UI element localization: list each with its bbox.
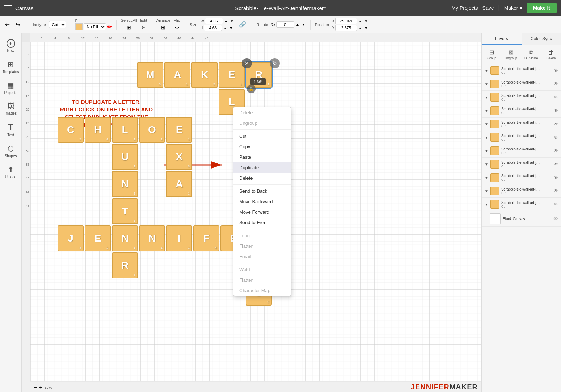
layer-item-0[interactable]: ▼ Scrabble-tile-wall-art-jennife... Cut … xyxy=(482,64,561,77)
x-up[interactable]: ▲ xyxy=(358,19,363,23)
tile-O[interactable]: O1 xyxy=(139,117,165,143)
edit-button[interactable]: ✂ xyxy=(140,24,147,31)
x-input[interactable] xyxy=(335,18,357,24)
tile-H[interactable]: H4 xyxy=(85,117,111,143)
save-button[interactable]: Save xyxy=(482,5,494,11)
rotate-up[interactable]: ▲ xyxy=(295,22,300,26)
linetype-select[interactable]: Cut xyxy=(49,21,66,28)
hamburger-menu[interactable] xyxy=(4,5,12,10)
tile-L2[interactable]: L1 xyxy=(112,117,138,143)
x-down[interactable]: ▼ xyxy=(363,19,368,23)
layer-vis-0[interactable]: 👁 xyxy=(554,68,558,73)
sidebar-item-new[interactable]: + New xyxy=(1,36,20,56)
zoom-in-button[interactable]: + xyxy=(39,384,42,390)
sidebar-item-upload[interactable]: ⬆ Upload xyxy=(1,162,20,182)
y-up[interactable]: ▲ xyxy=(358,26,363,30)
fill-color-pen[interactable]: ✏ xyxy=(107,24,112,30)
tile-E1[interactable]: E1 xyxy=(219,62,245,88)
tile-A2[interactable]: A1 xyxy=(166,171,192,197)
tile-E3[interactable]: E1 xyxy=(85,225,111,251)
redo-button[interactable]: ↪ xyxy=(14,20,22,29)
tile-J[interactable]: J8 xyxy=(58,225,84,251)
my-projects-link[interactable]: My Projects xyxy=(451,5,478,11)
tile-K[interactable]: K5 xyxy=(191,62,218,88)
layer-item-4[interactable]: ▼ Scrabble-tile-wall-art-jennife... Cut … xyxy=(482,118,561,131)
layer-item-7[interactable]: ▼ Scrabble-tile-wall-art-jennife... Cut … xyxy=(482,158,561,171)
layer-vis-6[interactable]: 👁 xyxy=(554,148,558,153)
ctx-item-duplicate[interactable]: Duplicate xyxy=(233,162,291,173)
height-input[interactable] xyxy=(204,25,222,31)
ctx-item-cut[interactable]: Cut xyxy=(233,131,291,141)
tile-U[interactable]: U1 xyxy=(112,144,138,170)
ctx-item-paste[interactable]: Paste xyxy=(233,152,291,162)
tile-A1[interactable]: A1 xyxy=(164,62,190,88)
tile-N1[interactable]: N1 xyxy=(112,171,138,197)
height-up[interactable]: ▲ xyxy=(223,26,228,30)
make-it-button[interactable]: Make It xyxy=(527,3,557,13)
tile-C[interactable]: C3 xyxy=(58,117,84,143)
tile-E2[interactable]: E1 xyxy=(166,117,192,143)
layer-item-10[interactable]: ▼ Scrabble-tile-wall-art-jennife... Cut … xyxy=(482,198,561,211)
layer-item-6[interactable]: ▼ Scrabble-tile-wall-art-jennife... Cut … xyxy=(482,144,561,158)
y-down[interactable]: ▼ xyxy=(363,26,368,30)
group-button[interactable]: ⊞ Group xyxy=(483,47,500,61)
height-down[interactable]: ▼ xyxy=(228,26,233,30)
layer-vis-7[interactable]: 👁 xyxy=(554,162,558,167)
tile-N3[interactable]: N1 xyxy=(139,225,165,251)
layer-item-3[interactable]: ▼ Scrabble-tile-wall-art-jennife... Cut … xyxy=(482,104,561,118)
flip-button[interactable]: ⇔ xyxy=(173,24,181,31)
sidebar-item-images[interactable]: 🖼 Images xyxy=(1,99,20,118)
layer-vis-8[interactable]: 👁 xyxy=(554,175,558,180)
undo-button[interactable]: ↩ xyxy=(4,20,11,29)
layer-item-8[interactable]: ▼ Scrabble-tile-wall-art-jennife... Cut … xyxy=(482,171,561,184)
ctx-item-delete[interactable]: Delete xyxy=(233,173,291,183)
arrange-button[interactable]: ⊞ xyxy=(160,24,167,31)
y-input[interactable] xyxy=(335,25,357,31)
layer-item-9[interactable]: ▼ Scrabble-tile-wall-art-jennife... Cut … xyxy=(482,184,561,198)
rotate-handle[interactable]: ↻ xyxy=(270,58,280,68)
select-all-button[interactable]: ⊞ xyxy=(125,24,132,31)
tile-I[interactable]: I1 xyxy=(166,225,192,251)
layer-vis-10[interactable]: 👁 xyxy=(554,202,558,207)
ctx-item-move-forward[interactable]: Move Forward xyxy=(233,207,291,217)
layer-vis-1[interactable]: 👁 xyxy=(554,81,558,86)
tab-layers[interactable]: Layers xyxy=(482,33,522,45)
fill-select[interactable]: No Fill xyxy=(84,23,106,30)
tile-R2[interactable]: R1 xyxy=(112,252,138,278)
sidebar-item-templates[interactable]: ⊞ Templates xyxy=(1,57,20,77)
width-down[interactable]: ▼ xyxy=(229,19,235,23)
tab-color-sync[interactable]: Color Sync xyxy=(522,33,561,45)
maker-dropdown[interactable]: Maker ▾ xyxy=(504,5,522,11)
delete-button[interactable]: 🗑 Delete xyxy=(543,48,560,61)
layer-item-blank-canvas[interactable]: Blank Canvas 👁 xyxy=(482,211,561,227)
canvas-content[interactable]: TO DUPLICATE A LETTER, RIGHT CLICK ON TH… xyxy=(30,42,481,381)
ctx-item-send-to-back[interactable]: Send to Back xyxy=(233,186,291,196)
ctx-item-send-to-front[interactable]: Send to Front xyxy=(233,217,291,228)
tile-T[interactable]: T1 xyxy=(112,198,138,224)
layer-vis-9[interactable]: 👁 xyxy=(554,188,558,193)
layer-item-1[interactable]: ▼ Scrabble-tile-wall-art-jennife... Cut … xyxy=(482,77,561,91)
layer-item-2[interactable]: ▼ Scrabble-tile-wall-art-jennife... Cut … xyxy=(482,91,561,104)
layer-vis-4[interactable]: 👁 xyxy=(554,122,558,127)
canvas-area[interactable]: 0 4 8 12 16 20 24 28 32 36 40 44 48 4 8 … xyxy=(22,33,481,392)
layer-item-5[interactable]: ▼ Scrabble-tile-wall-art-jennife... Cut … xyxy=(482,131,561,144)
tile-F[interactable]: F4 xyxy=(193,225,219,251)
fill-color-swatch[interactable] xyxy=(75,23,83,30)
ungroup-button[interactable]: ⊠ Ungroup xyxy=(502,47,520,61)
layer-vis-blank[interactable]: 👁 xyxy=(553,216,558,222)
duplicate-button[interactable]: ⧉ Duplicate xyxy=(522,48,541,61)
zoom-out-button[interactable]: − xyxy=(34,384,37,390)
ctx-item-move-backward[interactable]: Move Backward xyxy=(233,196,291,207)
ctx-item-copy[interactable]: Copy xyxy=(233,141,291,152)
tile-N2[interactable]: N1 xyxy=(112,225,138,251)
sidebar-item-text[interactable]: T Text xyxy=(1,120,20,140)
sidebar-item-shapes[interactable]: ⬡ Shapes xyxy=(1,141,20,161)
layer-vis-3[interactable]: 👁 xyxy=(554,108,558,113)
width-input[interactable] xyxy=(205,18,223,24)
close-handle[interactable]: ✕ xyxy=(242,58,252,68)
rotate-down[interactable]: ▼ xyxy=(301,22,306,26)
tile-M[interactable]: M3 xyxy=(137,62,163,88)
layer-vis-2[interactable]: 👁 xyxy=(554,95,558,100)
sidebar-item-projects[interactable]: ▦ Projects xyxy=(1,78,20,98)
tile-X[interactable]: X8 xyxy=(166,144,192,170)
